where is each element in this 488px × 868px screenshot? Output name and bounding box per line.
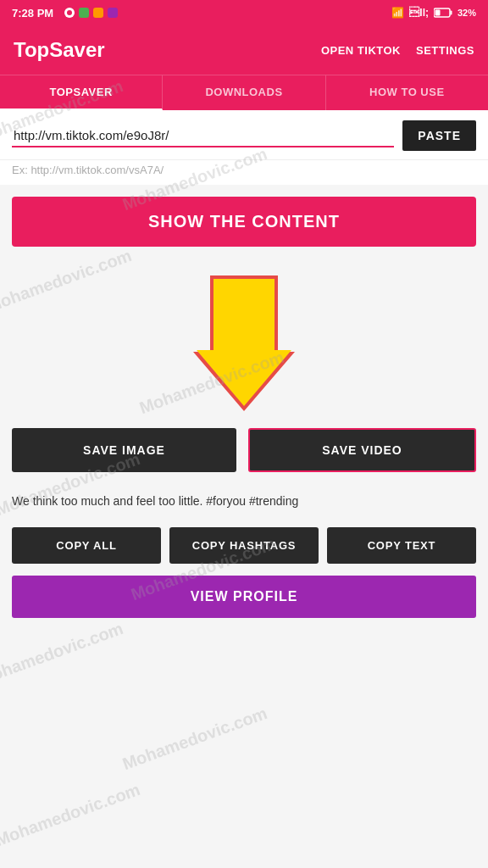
status-icons: 📶 Il; 32% — [391, 7, 476, 19]
show-content-button[interactable]: SHOW THE CONTENT — [12, 197, 476, 247]
app-logo: TopSaver — [14, 38, 105, 62]
copy-text-button[interactable]: COPY TEXT — [327, 527, 476, 564]
tab-bar: TOPSAVER DOWNLOADS HOW TO USE — [0, 75, 488, 110]
url-hint: Ex: http://vm.tiktok.com/vsA7A/ — [0, 160, 488, 185]
battery-icon — [434, 8, 452, 18]
copy-buttons-row: COPY ALL COPY HASHTAGS COPY TEXT — [12, 527, 476, 564]
settings-button[interactable]: SETTINGS — [416, 44, 474, 57]
app-header: TopSaver OPEN TIKTOK SETTINGS — [0, 25, 488, 75]
url-input-section: PASTE — [0, 110, 488, 160]
view-profile-button[interactable]: VIEW PROFILE — [12, 576, 476, 618]
svg-rect-4 — [108, 8, 118, 18]
tab-topsaver[interactable]: TOPSAVER — [0, 75, 163, 110]
battery-percent: 32% — [458, 8, 476, 18]
paste-button[interactable]: PASTE — [402, 120, 476, 151]
svg-rect-6 — [435, 10, 440, 16]
save-image-button[interactable]: SAVE IMAGE — [12, 428, 236, 472]
svg-rect-2 — [79, 8, 89, 18]
action-buttons-row: SAVE IMAGE SAVE VIDEO — [12, 428, 476, 472]
open-tiktok-button[interactable]: OPEN TIKTOK — [321, 44, 401, 57]
tab-downloads[interactable]: DOWNLOADS — [163, 75, 325, 110]
status-time: 7:28 PM — [12, 7, 119, 19]
svg-point-1 — [67, 10, 72, 15]
down-arrow-icon — [193, 275, 295, 411]
url-input[interactable] — [12, 125, 394, 147]
app-icons — [64, 7, 119, 19]
save-video-button[interactable]: SAVE VIDEO — [248, 428, 476, 472]
header-navigation: OPEN TIKTOK SETTINGS — [321, 44, 474, 57]
tab-howtouse[interactable]: HOW TO USE — [326, 75, 488, 110]
arrow-area — [0, 259, 488, 428]
caption-text: We think too much and feel too little. #… — [0, 484, 488, 519]
signal-icon: Il; — [409, 7, 429, 19]
copy-all-button[interactable]: COPY ALL — [12, 527, 161, 564]
status-bar: 7:28 PM 📶 Il; 32% — [0, 0, 488, 25]
svg-rect-7 — [450, 11, 452, 15]
wifi-icon: 📶 — [391, 7, 404, 19]
copy-hashtags-button[interactable]: COPY HASHTAGS — [169, 527, 319, 564]
svg-rect-3 — [93, 8, 103, 18]
